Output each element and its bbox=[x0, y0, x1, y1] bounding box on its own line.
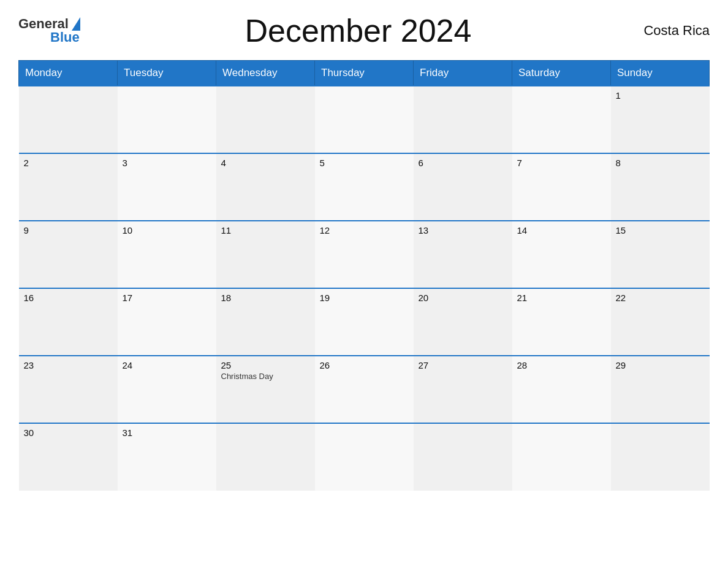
calendar-day-cell[interactable]: 30 bbox=[19, 423, 118, 491]
logo-triangle-icon bbox=[72, 17, 80, 31]
calendar-day-cell[interactable]: 24 bbox=[118, 356, 216, 423]
day-number: 9 bbox=[24, 225, 113, 236]
calendar-day-cell[interactable]: 19 bbox=[315, 288, 414, 356]
calendar-week-row: 2345678 bbox=[19, 153, 710, 221]
calendar-day-cell[interactable]: 27 bbox=[414, 356, 512, 423]
day-number: 29 bbox=[616, 360, 705, 370]
calendar-day-cell[interactable] bbox=[216, 423, 315, 491]
calendar-day-cell[interactable] bbox=[611, 423, 710, 491]
calendar-day-cell[interactable]: 15 bbox=[611, 221, 710, 288]
country-label: Costa Rica bbox=[636, 23, 710, 39]
calendar-day-cell[interactable]: 20 bbox=[414, 288, 512, 356]
calendar-day-cell[interactable]: 3 bbox=[118, 153, 216, 221]
day-number: 7 bbox=[517, 158, 606, 168]
calendar-week-row: 1 bbox=[19, 86, 710, 153]
calendar-day-cell[interactable]: 29 bbox=[611, 356, 710, 423]
calendar-day-cell[interactable] bbox=[216, 86, 315, 153]
calendar-day-cell[interactable]: 21 bbox=[512, 288, 611, 356]
day-number: 23 bbox=[24, 360, 113, 370]
days-of-week-row: Monday Tuesday Wednesday Thursday Friday… bbox=[19, 61, 710, 86]
calendar-day-cell[interactable] bbox=[315, 86, 414, 153]
calendar-day-cell[interactable]: 10 bbox=[118, 221, 216, 288]
calendar-day-cell[interactable]: 18 bbox=[216, 288, 315, 356]
day-number: 6 bbox=[419, 158, 507, 168]
calendar-day-cell[interactable] bbox=[315, 423, 414, 491]
calendar-day-cell[interactable] bbox=[414, 86, 512, 153]
day-number: 28 bbox=[517, 360, 606, 370]
day-number: 8 bbox=[616, 158, 705, 168]
calendar-day-cell[interactable] bbox=[512, 423, 611, 491]
day-number: 21 bbox=[517, 293, 606, 303]
calendar-week-row: 3031 bbox=[19, 423, 710, 491]
calendar-day-cell[interactable]: 1 bbox=[611, 86, 710, 153]
day-number: 25 bbox=[221, 360, 310, 370]
day-number: 12 bbox=[320, 225, 409, 236]
calendar-day-cell[interactable]: 8 bbox=[611, 153, 710, 221]
calendar-day-cell[interactable]: 28 bbox=[512, 356, 611, 423]
day-number: 15 bbox=[616, 225, 705, 236]
day-number: 19 bbox=[320, 293, 409, 303]
calendar-day-cell[interactable]: 25Christmas Day bbox=[216, 356, 315, 423]
calendar-day-cell[interactable]: 12 bbox=[315, 221, 414, 288]
calendar-day-cell[interactable]: 23 bbox=[19, 356, 118, 423]
day-number: 14 bbox=[517, 225, 606, 236]
day-number: 3 bbox=[123, 158, 211, 168]
calendar-day-cell[interactable]: 17 bbox=[118, 288, 216, 356]
day-number: 1 bbox=[616, 90, 705, 101]
calendar-day-cell[interactable]: 16 bbox=[19, 288, 118, 356]
calendar-week-row: 9101112131415 bbox=[19, 221, 710, 288]
calendar-day-cell[interactable]: 11 bbox=[216, 221, 315, 288]
calendar-week-row: 16171819202122 bbox=[19, 288, 710, 356]
logo-blue-text: Blue bbox=[50, 29, 80, 45]
day-number: 5 bbox=[320, 158, 409, 168]
day-number: 2 bbox=[24, 158, 113, 168]
event-label: Christmas Day bbox=[221, 372, 310, 381]
calendar-body: 1234567891011121314151617181920212223242… bbox=[19, 86, 710, 491]
day-number: 30 bbox=[24, 427, 113, 438]
day-number: 31 bbox=[123, 427, 211, 438]
calendar-day-cell[interactable] bbox=[118, 86, 216, 153]
day-number: 18 bbox=[221, 293, 310, 303]
calendar-day-cell[interactable]: 26 bbox=[315, 356, 414, 423]
page-header: General Blue December 2024 Costa Rica bbox=[18, 12, 710, 49]
calendar-day-cell[interactable] bbox=[512, 86, 611, 153]
day-number: 4 bbox=[221, 158, 310, 168]
calendar-header: Monday Tuesday Wednesday Thursday Friday… bbox=[19, 61, 710, 86]
calendar-day-cell[interactable]: 31 bbox=[118, 423, 216, 491]
col-saturday: Saturday bbox=[512, 61, 611, 86]
day-number: 11 bbox=[221, 225, 310, 236]
calendar-day-cell[interactable]: 7 bbox=[512, 153, 611, 221]
calendar-day-cell[interactable] bbox=[414, 423, 512, 491]
calendar-day-cell[interactable]: 13 bbox=[414, 221, 512, 288]
calendar-day-cell[interactable]: 4 bbox=[216, 153, 315, 221]
calendar-day-cell[interactable]: 22 bbox=[611, 288, 710, 356]
calendar-week-row: 232425Christmas Day26272829 bbox=[19, 356, 710, 423]
col-sunday: Sunday bbox=[611, 61, 710, 86]
calendar-table: Monday Tuesday Wednesday Thursday Friday… bbox=[18, 60, 710, 491]
day-number: 27 bbox=[419, 360, 507, 370]
day-number: 20 bbox=[419, 293, 507, 303]
day-number: 17 bbox=[123, 293, 211, 303]
calendar-day-cell[interactable]: 2 bbox=[19, 153, 118, 221]
day-number: 10 bbox=[123, 225, 211, 236]
calendar-day-cell[interactable]: 9 bbox=[19, 221, 118, 288]
logo: General Blue bbox=[18, 16, 80, 45]
calendar-day-cell[interactable] bbox=[19, 86, 118, 153]
calendar-day-cell[interactable]: 14 bbox=[512, 221, 611, 288]
day-number: 16 bbox=[24, 293, 113, 303]
day-number: 26 bbox=[320, 360, 409, 370]
col-tuesday: Tuesday bbox=[118, 61, 216, 86]
col-friday: Friday bbox=[414, 61, 512, 86]
col-wednesday: Wednesday bbox=[216, 61, 315, 86]
day-number: 22 bbox=[616, 293, 705, 303]
calendar-day-cell[interactable]: 5 bbox=[315, 153, 414, 221]
calendar-title: December 2024 bbox=[80, 12, 636, 49]
calendar-day-cell[interactable]: 6 bbox=[414, 153, 512, 221]
col-monday: Monday bbox=[19, 61, 118, 86]
col-thursday: Thursday bbox=[315, 61, 414, 86]
day-number: 13 bbox=[419, 225, 507, 236]
day-number: 24 bbox=[123, 360, 211, 370]
